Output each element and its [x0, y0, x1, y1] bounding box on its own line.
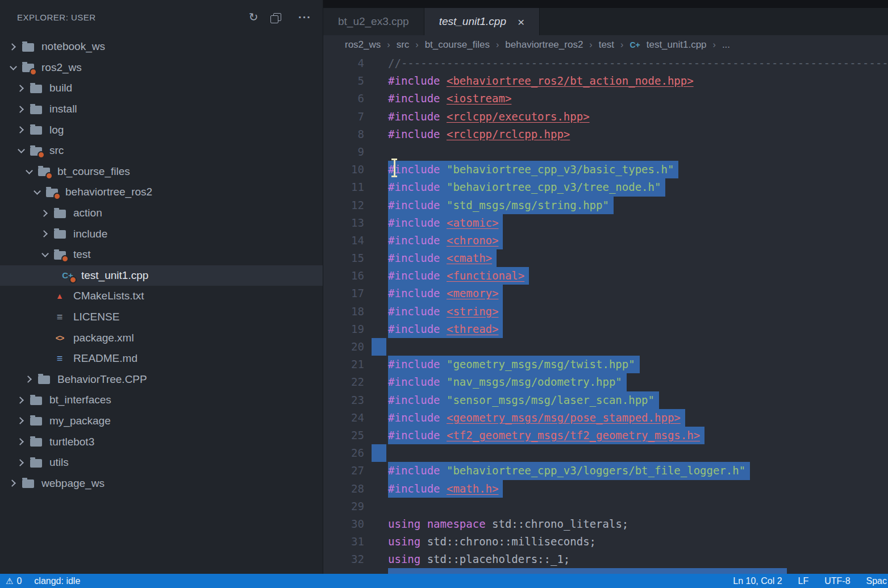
- code-text[interactable]: #include <functional>: [388, 267, 529, 285]
- code-text[interactable]: #include "std_msgs/msg/string.hpp": [388, 197, 614, 214]
- problems-indicator[interactable]: ⚠ 0: [6, 576, 22, 586]
- tree-item-webpage_ws[interactable]: webpage_ws: [0, 473, 323, 494]
- status-bar-left: ⚠ 0 clangd: idle: [0, 576, 733, 586]
- line-number[interactable]: 15: [323, 249, 364, 267]
- breadcrumb-item-bt_course_files[interactable]: bt_course_files: [425, 39, 490, 51]
- code-text[interactable]: #include "behaviortree_cpp_v3/loggers/bt…: [388, 462, 750, 479]
- eol-indicator[interactable]: LF: [798, 576, 809, 586]
- breadcrumb-item-ros2_ws[interactable]: ros2_ws: [345, 39, 381, 51]
- clangd-status[interactable]: clangd: idle: [34, 576, 80, 586]
- code-text[interactable]: //--------------------------------------…: [388, 55, 888, 72]
- tree-item-install[interactable]: install: [0, 99, 323, 120]
- tree-item-utils[interactable]: utils: [0, 452, 323, 473]
- line-number[interactable]: 20: [323, 338, 364, 356]
- explorer-actions: ↻ ···: [249, 11, 311, 23]
- tree-item-bt_interfaces[interactable]: bt_interfaces: [0, 390, 323, 411]
- tree-item-build[interactable]: build: [0, 78, 323, 99]
- tree-item-test[interactable]: test: [0, 244, 323, 265]
- code-text[interactable]: #include <memory>: [388, 285, 503, 302]
- line-number[interactable]: 17: [323, 285, 364, 302]
- breadcrumb-item-src[interactable]: src: [397, 39, 410, 51]
- tree-item-README.md[interactable]: ≡README.md: [0, 348, 323, 369]
- line-number[interactable]: 4: [323, 55, 364, 72]
- line-number[interactable]: 24: [323, 409, 364, 427]
- tree-item-src[interactable]: src: [0, 140, 323, 161]
- ellipsis-icon[interactable]: ···: [298, 11, 311, 23]
- refresh-icon[interactable]: ↻: [249, 11, 259, 23]
- line-number[interactable]: 31: [323, 533, 364, 551]
- cursor-position[interactable]: Ln 10, Col 2: [733, 576, 782, 586]
- tab-label: test_unit1.cpp: [439, 15, 506, 28]
- breadcrumb-item-test[interactable]: test: [599, 39, 614, 51]
- stacked-squares-icon[interactable]: [273, 11, 284, 23]
- code-text[interactable]: using std::placeholders::_1;: [388, 551, 570, 568]
- line-number[interactable]: 5: [323, 72, 364, 90]
- tree-item-bt_course_files[interactable]: bt_course_files: [0, 161, 323, 182]
- line-number[interactable]: 23: [323, 391, 364, 409]
- code-text[interactable]: #include <rclcpp/executors.hpp>: [388, 108, 590, 126]
- breadcrumb-item-...[interactable]: ...: [722, 39, 730, 51]
- tree-item-my_package[interactable]: my_package: [0, 411, 323, 432]
- line-number[interactable]: 32: [323, 551, 364, 568]
- tab-test_unit1.cpp[interactable]: test_unit1.cpp×: [424, 8, 540, 35]
- line-number[interactable]: 13: [323, 214, 364, 232]
- code-text[interactable]: #include <cmath>: [388, 249, 497, 267]
- line-number[interactable]: 27: [323, 462, 364, 479]
- indentation-indicator[interactable]: Spac: [866, 576, 887, 586]
- encoding-indicator[interactable]: UTF-8: [824, 576, 850, 586]
- line-number[interactable]: 22: [323, 373, 364, 391]
- code-text[interactable]: #include <iostream>: [388, 90, 511, 107]
- code-text[interactable]: #include "behaviortree_cpp_v3/tree_node.…: [388, 178, 665, 196]
- tree-item-include[interactable]: include: [0, 223, 323, 244]
- tree-item-LICENSE[interactable]: ≡LICENSE: [0, 307, 323, 328]
- code-text[interactable]: #include <atomic>: [388, 214, 503, 232]
- code-text[interactable]: #include "behaviortree_cpp_v3/basic_type…: [388, 161, 678, 178]
- tab-bt_u2_ex3.cpp[interactable]: bt_u2_ex3.cpp: [323, 8, 424, 35]
- code-text[interactable]: #include <thread>: [388, 320, 503, 338]
- line-number[interactable]: 16: [323, 267, 364, 285]
- code-text[interactable]: using std::chrono::milliseconds;: [388, 533, 596, 551]
- line-number[interactable]: 25: [323, 427, 364, 444]
- line-number[interactable]: 12: [323, 197, 364, 214]
- line-number[interactable]: 28: [323, 480, 364, 498]
- code-text[interactable]: #include "nav_msgs/msg/odometry.hpp": [388, 373, 627, 391]
- tree-item-package.xml[interactable]: <>package.xml: [0, 327, 323, 348]
- tree-item-label: LICENSE: [73, 311, 119, 323]
- tree-item-BehaviorTree.CPP[interactable]: BehaviorTree.CPP: [0, 369, 323, 390]
- tree-item-action[interactable]: action: [0, 203, 323, 224]
- code-text[interactable]: #include <geometry_msgs/msg/pose_stamped…: [388, 409, 685, 427]
- tree-item-log[interactable]: log: [0, 119, 323, 140]
- tree-item-turtlebot3[interactable]: turtlebot3: [0, 431, 323, 452]
- code-text[interactable]: #include "sensor_msgs/msg/laser_scan.hpp…: [388, 391, 659, 409]
- code-text[interactable]: #include <string>: [388, 303, 503, 320]
- breadcrumb-item-behaviortree_ros2[interactable]: behaviortree_ros2: [505, 39, 583, 51]
- line-number[interactable]: 14: [323, 232, 364, 249]
- tree-item-test_unit1.cpp[interactable]: C+test_unit1.cpp: [0, 265, 323, 286]
- tree-item-CMakeLists.txt[interactable]: ▲CMakeLists.txt: [0, 286, 323, 307]
- line-number[interactable]: 21: [323, 356, 364, 373]
- line-number[interactable]: 6: [323, 90, 364, 107]
- line-number[interactable]: 18: [323, 303, 364, 320]
- code-text[interactable]: #include <rclcpp/rclcpp.hpp>: [388, 126, 570, 143]
- tree-item-behaviortree_ros2[interactable]: behaviortree_ros2: [0, 182, 323, 203]
- line-number[interactable]: 7: [323, 108, 364, 126]
- tree-item-notebook_ws[interactable]: notebook_ws: [0, 36, 323, 57]
- tree-item-ros2_ws[interactable]: ros2_ws: [0, 57, 323, 78]
- line-number[interactable]: 10: [323, 161, 364, 178]
- code-text[interactable]: #include <tf2_geometry_msgs/tf2_geometry…: [388, 427, 704, 444]
- line-number[interactable]: 29: [323, 498, 364, 515]
- breadcrumb-item-test_unit1.cpp[interactable]: test_unit1.cpp: [647, 39, 707, 51]
- code-text[interactable]: #include <math.h>: [388, 480, 503, 498]
- line-number[interactable]: 26: [323, 444, 364, 462]
- line-number[interactable]: 11: [323, 178, 364, 196]
- close-tab-icon[interactable]: ×: [518, 16, 524, 28]
- code-text[interactable]: #include "geometry_msgs/msg/twist.hpp": [388, 356, 640, 373]
- code-text[interactable]: #include <behaviortree_ros2/bt_action_no…: [388, 72, 694, 90]
- line-number[interactable]: 9: [323, 143, 364, 161]
- line-number[interactable]: 8: [323, 126, 364, 143]
- modified-dot: [69, 276, 77, 283]
- line-number[interactable]: 19: [323, 320, 364, 338]
- code-text[interactable]: #include <chrono>: [388, 232, 503, 249]
- code-text[interactable]: using namespace std::chrono_literals;: [388, 515, 628, 533]
- line-number[interactable]: 30: [323, 515, 364, 533]
